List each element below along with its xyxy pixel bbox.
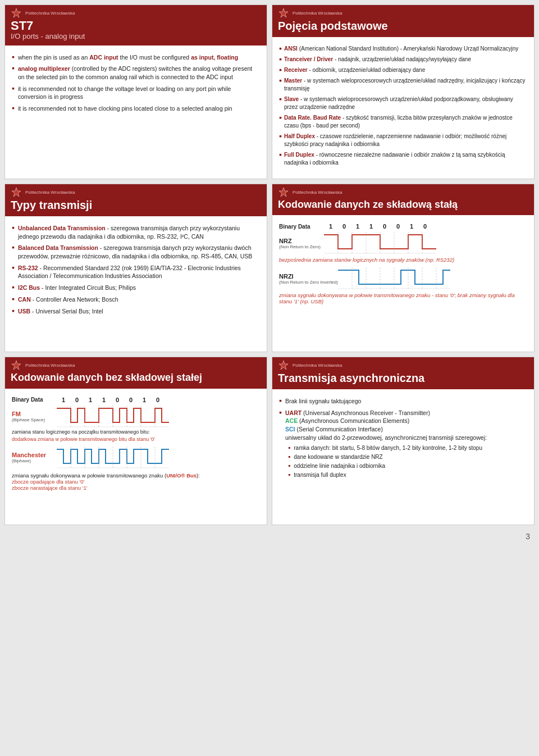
bullet-text-4: it is recommended not to have clocking p… [18, 104, 232, 113]
typy-dot-1: ▪ [12, 223, 15, 232]
bit-4: 0 [378, 223, 391, 230]
term-dot-ansi: ▪ [279, 44, 282, 53]
async-sub-dot-1: ▪ [288, 444, 290, 452]
slide4-title: Kodowanie danych ze składową stałą [278, 199, 528, 211]
async-sub3: ▪ oddzielne linie nadajnika i odbiornika [279, 463, 527, 470]
pwr-logo3-icon [11, 186, 22, 198]
manchester-label-block: Manchester (Biphase) [12, 452, 57, 463]
slide-st7: Politechnika Wrocławska ST7 I/O ports - … [4, 4, 267, 179]
async-brak: ▪ Brak linii sygnału taktującego [279, 397, 527, 406]
institution-label: Politechnika Wrocławska [25, 11, 75, 16]
term-fullduplex: ▪ Full Duplex - równoczesne niezależne n… [279, 151, 527, 167]
slide3-content: ▪ Unbalanced Data Transmission - szerego… [12, 222, 260, 321]
fm-note2: dodatkowa zmiana w połowie transmitowane… [12, 436, 260, 442]
slide3-title: Typy transmisji [11, 199, 261, 212]
fm-bit-5: 0 [124, 397, 138, 403]
slide-typy: Politechnika Wrocławska Typy transmisji … [4, 184, 267, 352]
slide5-header: Politechnika Wrocławska Kodowanie danych… [5, 357, 267, 389]
typy-dot-4: ▪ [12, 283, 15, 292]
pwr-logo4-icon [278, 186, 289, 198]
term-slave: ▪ Slave - w systemach wieloprocesorowych… [279, 95, 527, 111]
async-sub1: ▪ ramka danych: bit startu, 5-8 bitów da… [279, 445, 527, 452]
bullet-1: ▪ when the pin is used as an ADC input t… [12, 53, 260, 62]
fm-waveform [57, 406, 169, 428]
fm-bit-1: 0 [70, 397, 84, 403]
term-dot-baudrate: ▪ [279, 113, 282, 122]
pwr-logo6-icon [278, 359, 289, 371]
nrz-desc: bezpośrednia zamiana stanów logicznych n… [279, 257, 527, 263]
async-sub-text-3: oddzielne linie nadajnika i odbiornika [294, 463, 385, 469]
bullet-text-2: analog multiplexer (controlled by the AD… [18, 65, 260, 81]
institution2-label: Politechnika Wrocławska [293, 11, 342, 16]
async-sub-text-4: transmisja full duplex [294, 472, 346, 478]
term-dot-halfduplex: ▪ [279, 131, 282, 140]
institution4-label: Politechnika Wrocławska [293, 190, 342, 195]
term-tranceiver: ▪ Tranceiver / Driver - nadajnik, urządz… [279, 56, 527, 63]
page: Politechnika Wrocławska ST7 I/O ports - … [0, 0, 539, 530]
typy-i2c: ▪ I2C Bus - Inter Integrated Circuit Bus… [12, 284, 260, 292]
term-text-tranceiver: Tranceiver / Driver - nadajnik, urządzen… [284, 56, 471, 63]
slide1-header: Politechnika Wrocławska ST7 I/O ports - … [5, 5, 267, 45]
term-dot-master: ▪ [279, 76, 282, 85]
manchester-subtitle: (Biphase) [12, 458, 57, 463]
nrz-waveform [324, 232, 436, 254]
term-dot-receiver: ▪ [279, 65, 282, 74]
zbocze2-text: zbocze narastające dla stanu '1' [12, 485, 88, 491]
async-sub4: ▪ transmisja full duplex [279, 472, 527, 479]
slide1-content: ▪ when the pin is used as an ADC input t… [12, 51, 260, 119]
bit-7: 0 [418, 223, 432, 230]
typy-text-4: I2C Bus - Inter Integrated Circuit Bus; … [18, 284, 136, 292]
async-sub-text-2: dane kodowane w standardzie NRZ [294, 454, 382, 460]
pwr-logo-icon [11, 7, 22, 19]
term-dot-slave: ▪ [279, 94, 282, 103]
bit-6: 1 [405, 223, 418, 230]
fm-title: FM [12, 411, 57, 417]
bullet-2: ▪ analog multiplexer (controlled by the … [12, 65, 260, 81]
bullet-text-3: it is recommended not to change the volt… [18, 85, 260, 101]
bit-5: 0 [391, 223, 405, 230]
nrzi-subtitle: (Non Return to Zero Inverted) [279, 280, 338, 285]
term-text-receiver: Receiver - odbiornik, urządzenie/układ o… [284, 66, 425, 74]
manchester-row: Manchester (Biphase) [12, 447, 260, 469]
fm-bit-7: 0 [151, 397, 165, 403]
bullet-dot-4: ▪ [12, 103, 15, 112]
slide-nrz: Politechnika Wrocławska Kodowanie danych… [272, 184, 535, 352]
async-sub2: ▪ dane kodowane w standardzie NRZ [279, 454, 527, 461]
bullet-text-1: when the pin is used as an ADC input the… [18, 53, 238, 62]
nrzi-row: NRZI (Non Return to Zero Inverted) [279, 267, 527, 290]
term-dot-fullduplex: ▪ [279, 150, 282, 159]
term-text-ansi: ANSI (American National Standard Institu… [284, 45, 518, 53]
uni-bus-label: UNI/O® Bus [166, 472, 197, 479]
term-receiver: ▪ Receiver - odbiornik, urządzenie/układ… [279, 66, 527, 74]
zbocze1-text: zbocze opadające dla stanu '0' [12, 479, 84, 485]
institution3-label: Politechnika Wrocławska [25, 190, 75, 195]
typy-usb: ▪ USB - Universal Serial Bus; Intel [12, 307, 260, 316]
fm-binary-row: Binary Data 1 0 1 1 0 0 1 0 [12, 397, 260, 403]
async-dot-1: ▪ [279, 396, 282, 405]
slide5-title: Kodowanie danych bez składowej stałej [11, 372, 261, 384]
manchester-waveform [57, 447, 169, 469]
term-text-fullduplex: Full Duplex - równoczesne niezależne nad… [284, 151, 527, 167]
fm-bottom-note: zmiana sygnału dokonywana w połowie tran… [12, 472, 260, 491]
binary-data-label: Binary Data [279, 224, 324, 230]
slide6-content: ▪ Brak linii sygnału taktującego ▪ UART … [279, 395, 527, 483]
term-halfduplex: ▪ Half Duplex - czasowe rozdzielenie, na… [279, 133, 527, 148]
nrzi-title: NRZI [279, 273, 338, 280]
typy-text-3: RS-232 - Recommended Standard 232 (rok 1… [18, 264, 260, 280]
term-ansi: ▪ ANSI (American National Standard Insti… [279, 45, 527, 53]
async-dot-2: ▪ [279, 408, 282, 417]
slide4-content: Binary Data 1 0 1 1 0 0 1 0 NRZ (Non Ret… [279, 221, 527, 309]
term-master: ▪ Master - w systemach wieloprocesorowyc… [279, 77, 527, 93]
slide2-header: Politechnika Wrocławska Pojęcia podstawo… [272, 5, 534, 37]
fm-bit-4: 0 [111, 397, 124, 403]
async-text-2: UART (Universal Asynchronous Receiver - … [285, 409, 487, 442]
async-sub-dot-2: ▪ [288, 453, 290, 461]
nrz-row: NRZ (Non Return to Zero) [279, 232, 527, 254]
term-baudrate: ▪ Data Rate. Baud Rate - szybkość transm… [279, 114, 527, 130]
bullet-dot-1: ▪ [12, 52, 15, 61]
slide6-title: Transmisja asynchroniczna [278, 372, 528, 385]
bullet-dot-2: ▪ [12, 63, 15, 72]
slide4-header: Politechnika Wrocławska Kodowanie danych… [272, 184, 534, 215]
bit-3: 1 [364, 223, 378, 230]
institution6-label: Politechnika Wrocławska [293, 363, 342, 368]
